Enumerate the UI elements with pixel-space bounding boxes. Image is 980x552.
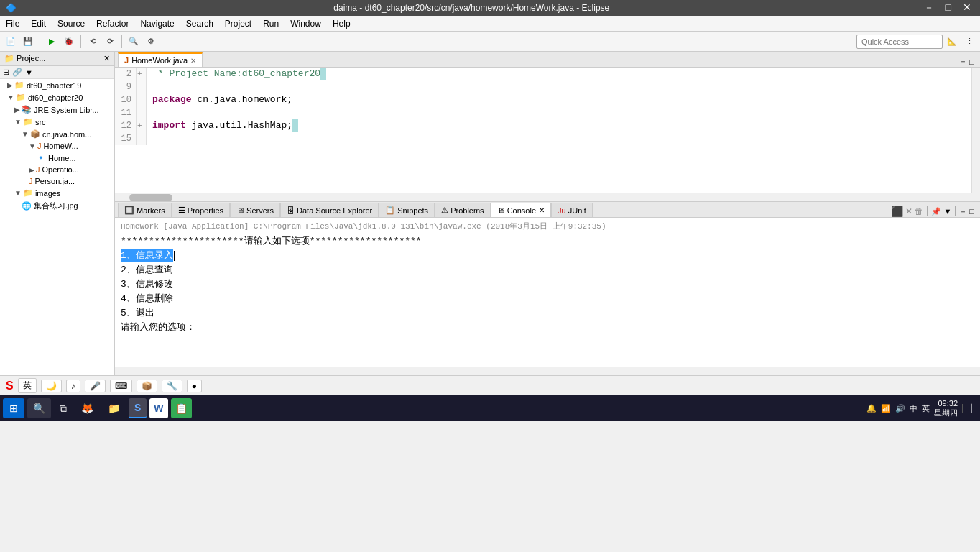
taskbar-notifications[interactable]: 🔔 <box>866 404 877 413</box>
menu-item-window[interactable]: Window <box>285 16 327 31</box>
pin-btn[interactable]: 📌 <box>931 207 941 216</box>
sidebar-item-jre[interactable]: ▶ 📚 JRE System Libr... <box>0 104 114 116</box>
toolbar-btn-7[interactable]: ⋮ <box>961 34 977 50</box>
collapse-arrow: ▼ <box>7 93 14 101</box>
maximize-panel-btn[interactable]: □ <box>969 207 974 216</box>
toolbar-debug-btn[interactable]: 🐞 <box>61 34 77 50</box>
menu-item-source[interactable]: Source <box>52 16 91 31</box>
console-clear-btn[interactable]: 🗑 <box>915 206 923 216</box>
sidebar-collapse-btn[interactable]: ⊟ <box>3 68 9 77</box>
menu-item-run[interactable]: Run <box>257 16 285 31</box>
ime-mic-btn[interactable]: 🎤 <box>85 380 106 392</box>
show-desktop-btn[interactable]: ▕ <box>962 404 971 413</box>
taskbar-app-stack[interactable]: S <box>129 398 147 418</box>
menu-item-help[interactable]: Help <box>327 16 356 31</box>
sidebar-item-image-file[interactable]: 🌐 集合练习.jpg <box>0 199 114 213</box>
collapse-arrow: ▶ <box>7 81 13 89</box>
start-button[interactable]: ⊞ <box>3 398 24 418</box>
sidebar-menu-btn[interactable]: ▼ <box>25 68 33 77</box>
tab-snippets[interactable]: 📋 Snippets <box>379 203 435 217</box>
tab-properties[interactable]: ☰ Properties <box>172 203 230 217</box>
taskbar-time: 09:32 <box>934 399 958 408</box>
title-bar-title: daima - dt60_chapter20/src/cn/java/homew… <box>333 3 609 13</box>
ime-circle-btn[interactable]: ● <box>187 380 202 392</box>
tab-markers[interactable]: 🔲 Markers <box>118 203 172 217</box>
console-hscroll[interactable] <box>115 367 980 375</box>
ime-tools-btn[interactable]: 🔧 <box>162 380 182 392</box>
toolbar-btn-3[interactable]: ⟲ <box>85 34 101 50</box>
toolbar-sep-2 <box>80 35 81 48</box>
sidebar-item-homework-sub[interactable]: 🔹 Home... <box>0 152 114 164</box>
menu-item-navigate[interactable]: Navigate <box>134 16 180 31</box>
taskbar-ime-indicator[interactable]: 英 <box>922 403 930 414</box>
toolbar-btn-5[interactable]: 🔍 <box>126 34 142 50</box>
taskbar-app-firefox[interactable]: 🦊 <box>75 398 99 418</box>
sidebar-close-icon[interactable]: ✕ <box>103 54 110 63</box>
taskbar-clock[interactable]: 09:32 星期四 <box>934 399 958 418</box>
toolbar-run-btn[interactable]: ▶ <box>44 34 60 50</box>
sidebar-item-images[interactable]: ▼ 📁 images <box>0 187 114 199</box>
hscroll-thumb[interactable] <box>129 194 172 201</box>
toolbar-btn-6[interactable]: ⚙ <box>143 34 159 50</box>
title-bar-icon: 🔷 <box>6 3 17 13</box>
taskbar-network[interactable]: 📶 <box>881 404 891 413</box>
maximize-button[interactable]: □ <box>943 1 954 14</box>
console-line-2: 2、信息查询 <box>121 263 974 277</box>
sep2 <box>955 206 956 216</box>
sidebar-link-btn[interactable]: 🔗 <box>12 68 22 77</box>
library-icon: 📚 <box>22 105 32 114</box>
close-button[interactable]: ✕ <box>960 1 974 14</box>
console-line-5: 5、退出 <box>121 306 974 321</box>
taskbar-volume[interactable]: 🔊 <box>895 404 905 413</box>
sidebar-item-src[interactable]: ▼ 📁 src <box>0 116 114 128</box>
menu-item-search[interactable]: Search <box>180 16 219 31</box>
toolbar-perspective-btn[interactable]: 📐 <box>944 34 960 50</box>
ime-keyboard-btn[interactable]: ⌨ <box>110 380 132 392</box>
menu-item-edit[interactable]: Edit <box>25 16 52 31</box>
tab-problems[interactable]: ⚠ Problems <box>435 203 491 217</box>
tab-junit[interactable]: Ju JUnit <box>551 203 593 217</box>
minimize-panel-btn[interactable]: － <box>959 206 967 217</box>
menu-bar: FileEditSourceRefactorNavigateSearchProj… <box>0 16 980 32</box>
member-icon: 🔹 <box>36 153 46 162</box>
tab-console[interactable]: 🖥 Console ✕ <box>491 203 551 217</box>
editor-vscroll[interactable] <box>971 68 980 193</box>
toolbar-save-btn[interactable]: 💾 <box>20 34 36 50</box>
menu-item-file[interactable]: File <box>0 16 25 31</box>
properties-icon: ☰ <box>178 206 185 215</box>
tab-servers[interactable]: 🖥 Servers <box>230 203 280 217</box>
ime-moon-btn[interactable]: 🌙 <box>41 380 62 392</box>
quick-access-input[interactable] <box>856 34 943 49</box>
taskbar-app-files[interactable]: 📁 <box>102 398 126 418</box>
editor-tab-homework[interactable]: J HomeWork.java ✕ <box>118 52 203 67</box>
editor-hscroll[interactable] <box>115 193 980 201</box>
ime-note-btn[interactable]: ♪ <box>66 380 80 392</box>
sidebar-item-dt60-chapter19[interactable]: ▶ 📁 dt60_chapter19 <box>0 79 114 91</box>
ime-box-btn[interactable]: 📦 <box>137 380 157 392</box>
sidebar-item-package[interactable]: ▼ 📦 cn.java.hom... <box>0 128 114 140</box>
sidebar-item-person[interactable]: J Person.ja... <box>0 175 114 187</box>
maximize-editor-btn[interactable]: □ <box>969 58 974 66</box>
taskbar-input-indicator[interactable]: 中 <box>910 403 917 414</box>
console-tab-close-icon[interactable]: ✕ <box>539 206 545 214</box>
sidebar-item-dt60-chapter20[interactable]: ▼ 📁 dt60_chapter20 <box>0 91 114 104</box>
sidebar-item-homework[interactable]: ▼ J HomeW... <box>0 140 114 152</box>
sidebar-item-operation[interactable]: ▶ J Operatio... <box>0 164 114 175</box>
taskbar-app-clipboard[interactable]: 📋 <box>171 398 192 418</box>
tab-close-icon[interactable]: ✕ <box>190 57 196 65</box>
tab-datasource[interactable]: 🗄 Data Source Explorer <box>280 203 379 217</box>
toolbar-btn-4[interactable]: ⟳ <box>102 34 118 50</box>
taskbar-app-word[interactable]: W <box>149 398 167 418</box>
minimize-button[interactable]: － <box>921 1 937 14</box>
menu-item-refactor[interactable]: Refactor <box>91 16 134 31</box>
taskbar-search-btn[interactable]: 🔍 <box>27 398 51 418</box>
code-editor[interactable]: 2 + * Project Name:dt60_chapter20 9 10 p… <box>115 68 980 193</box>
minimize-editor-btn[interactable]: － <box>959 56 967 67</box>
toolbar-new-btn[interactable]: 📄 <box>3 34 19 50</box>
ime-lang-btn[interactable]: 英 <box>18 378 37 393</box>
console-terminate-btn[interactable]: ✕ <box>905 206 912 216</box>
menu-item-project[interactable]: Project <box>219 16 257 31</box>
taskbar-task-view[interactable]: ⧉ <box>54 398 73 418</box>
console-stop-btn[interactable]: ⬛ <box>891 206 903 217</box>
console-options-btn[interactable]: ▼ <box>943 207 951 216</box>
